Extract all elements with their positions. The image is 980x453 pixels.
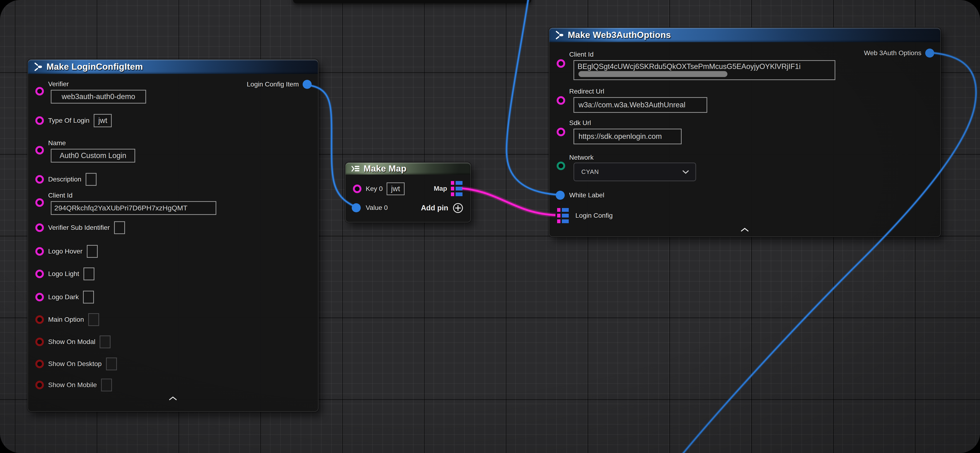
pin-label-logo-dark: Logo Dark xyxy=(48,293,79,301)
node-header-make-map[interactable]: Make Map xyxy=(345,163,471,174)
pin-value0[interactable] xyxy=(352,203,361,212)
make-struct-icon xyxy=(555,30,565,40)
row-verifier: Verifier web3auth-auth0-demo xyxy=(28,80,318,103)
row-main-option: Main Option xyxy=(28,313,318,326)
pin-label-client-id: Client Id xyxy=(48,192,318,199)
pin-verifier-sub-identifier[interactable] xyxy=(35,223,44,232)
pin-label-redirect-url: Redirect Url xyxy=(569,88,940,95)
input-redirect-url[interactable]: w3a://com.w3a.Web3AuthUnreal xyxy=(573,97,707,113)
output-pin-label-map: Map xyxy=(434,185,447,192)
checkbox-show-on-mobile[interactable] xyxy=(101,379,112,391)
pin-show-on-desktop[interactable] xyxy=(35,360,44,368)
pin-white-label[interactable] xyxy=(556,191,565,200)
pin-sdk-url[interactable] xyxy=(557,128,565,136)
row-description: Description xyxy=(28,173,318,186)
row-name: Name Auth0 Custom Login xyxy=(28,139,318,163)
row-client-id: Client Id BEglQSgt4cUWcj6SKRdu5QkOXTsePm… xyxy=(549,51,940,80)
pin-login-config[interactable] xyxy=(557,208,569,223)
row-network: Network CYAN xyxy=(549,154,940,162)
node-title: Make LoginConfigItem xyxy=(46,62,143,72)
input-type-of-login[interactable]: jwt xyxy=(94,114,112,127)
pin-show-on-modal[interactable] xyxy=(35,337,44,346)
input-description[interactable] xyxy=(86,173,97,186)
collapse-chevron-icon[interactable] xyxy=(740,227,749,233)
input-name[interactable]: Auth0 Custom Login xyxy=(51,149,135,163)
row-show-on-modal: Show On Modal xyxy=(28,335,318,348)
wire-map-to-login-config[interactable] xyxy=(462,188,555,215)
pin-label-logo-hover: Logo Hover xyxy=(48,247,83,255)
pin-label-main-option: Main Option xyxy=(48,316,84,323)
row-redirect-url: Redirect Url w3a://com.w3a.Web3AuthUnrea… xyxy=(549,88,940,113)
make-struct-icon xyxy=(33,62,43,72)
input-verifier-sub-identifier[interactable] xyxy=(114,221,125,234)
pin-label-key0: Key 0 xyxy=(366,185,383,193)
node-make-web3authoptions[interactable]: Make Web3AuthOptions Web 3Auth Options C… xyxy=(549,27,941,237)
pin-key0[interactable] xyxy=(353,185,361,193)
input-client-id[interactable]: 294QRkchfq2YaXUbPri7D6PH7xzHgQMT xyxy=(51,201,216,215)
output-pin-map[interactable] xyxy=(451,181,463,196)
add-pin-label: Add pin xyxy=(421,204,448,212)
pin-name[interactable] xyxy=(35,146,44,154)
node-make-map[interactable]: Make Map Key 0 jwt Map Value 0 Add pin xyxy=(345,162,471,222)
collapse-chevron-icon[interactable] xyxy=(169,396,177,401)
pin-label-logo-light: Logo Light xyxy=(48,270,79,278)
pin-label-value0: Value 0 xyxy=(366,204,388,212)
input-logo-light[interactable] xyxy=(83,268,94,280)
row-white-label: White Label xyxy=(549,188,940,202)
client-id-text: BEglQSgt4cUWcj6SKRdu5QkOXTsePmMcusG5EAoy… xyxy=(578,62,801,71)
pin-label-white-label: White Label xyxy=(569,192,604,199)
row-logo-hover: Logo Hover xyxy=(28,245,318,258)
pin-main-option[interactable] xyxy=(35,315,44,324)
pin-logo-dark[interactable] xyxy=(35,293,44,301)
input-sdk-url[interactable]: https://sdk.openlogin.com xyxy=(573,129,682,144)
pin-label-name: Name xyxy=(48,139,318,147)
pin-client-id[interactable] xyxy=(557,59,565,68)
pin-label-show-on-mobile: Show On Mobile xyxy=(48,381,97,389)
checkbox-show-on-desktop[interactable] xyxy=(106,358,117,370)
output-row-map: Map xyxy=(434,181,463,196)
pin-label-description: Description xyxy=(48,176,81,183)
make-map-icon xyxy=(351,165,360,173)
pin-network[interactable] xyxy=(557,162,565,170)
pin-show-on-mobile[interactable] xyxy=(35,381,44,389)
pin-verifier[interactable] xyxy=(35,87,44,95)
pin-label-type-of-login: Type Of Login xyxy=(48,117,89,124)
pin-label-sdk-url: Sdk Url xyxy=(569,119,940,127)
pin-label-login-config: Login Config xyxy=(575,212,612,219)
input-client-id[interactable]: BEglQSgt4cUWcj6SKRdu5QkOXTsePmMcusG5EAoy… xyxy=(573,60,835,80)
node-header-make-loginconfigitem[interactable]: Make LoginConfigItem xyxy=(28,60,318,74)
wire-glow xyxy=(462,188,555,215)
field-scrollbar[interactable] xyxy=(579,71,727,77)
chevron-down-icon xyxy=(682,170,689,174)
pin-label-verifier: Verifier xyxy=(48,80,318,88)
network-selected-value: CYAN xyxy=(581,168,599,176)
pin-logo-light[interactable] xyxy=(35,269,44,278)
node-title: Make Map xyxy=(364,164,407,174)
input-logo-hover[interactable] xyxy=(87,245,98,258)
row-logo-light: Logo Light xyxy=(28,267,318,280)
pin-logo-hover[interactable] xyxy=(35,247,44,256)
input-logo-dark[interactable] xyxy=(83,291,94,304)
checkbox-show-on-modal[interactable] xyxy=(100,336,111,348)
node-make-loginconfigitem[interactable]: Make LoginConfigItem Login Config Item V… xyxy=(27,59,318,412)
pin-redirect-url[interactable] xyxy=(557,96,565,105)
row-sdk-url: Sdk Url https://sdk.openlogin.com xyxy=(549,119,940,144)
pin-client-id[interactable] xyxy=(35,198,44,207)
blueprint-graph-canvas[interactable]: Make LoginConfigItem Login Config Item V… xyxy=(0,0,980,453)
pin-label-network: Network xyxy=(569,154,940,162)
node-header-make-web3authoptions[interactable]: Make Web3AuthOptions xyxy=(549,28,940,42)
pin-label-show-on-modal: Show On Modal xyxy=(48,338,95,346)
checkbox-main-option[interactable] xyxy=(88,313,99,326)
network-dropdown[interactable]: CYAN xyxy=(573,163,696,181)
pin-type-of-login[interactable] xyxy=(35,116,44,125)
row-logo-dark: Logo Dark xyxy=(28,290,318,304)
row-show-on-mobile: Show On Mobile xyxy=(28,379,318,392)
row-type-of-login: Type Of Login jwt xyxy=(28,114,318,127)
row-verifier-sub-identifier: Verifier Sub Identifier xyxy=(28,221,318,234)
pin-label-verifier-sub-identifier: Verifier Sub Identifier xyxy=(48,224,110,231)
add-pin-button[interactable]: Add pin xyxy=(421,203,463,214)
input-verifier[interactable]: web3auth-auth0-demo xyxy=(51,90,146,103)
input-key0[interactable]: jwt xyxy=(387,182,405,195)
offscreen-node-bottom-edge xyxy=(293,0,531,3)
pin-description[interactable] xyxy=(35,175,44,184)
